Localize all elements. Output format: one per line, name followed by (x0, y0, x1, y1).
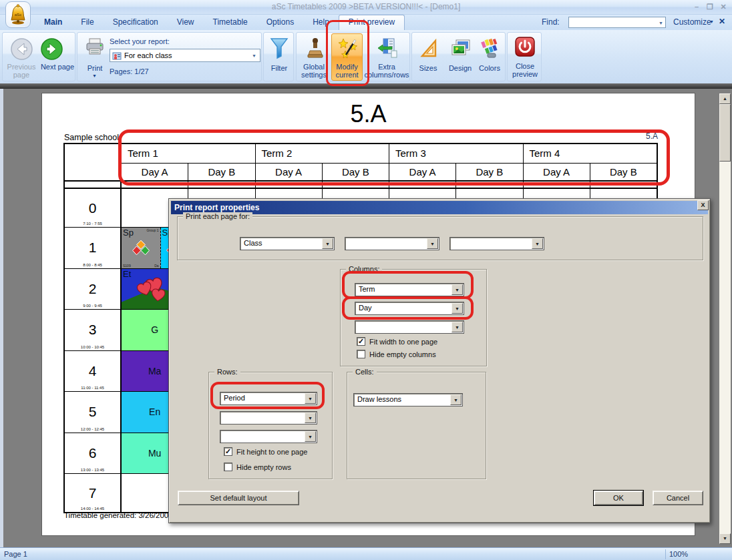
filter-button[interactable] (270, 37, 289, 63)
set-default-layout-button[interactable]: Set default layout (178, 491, 299, 505)
rows-combo-2[interactable]: ▼ (220, 411, 317, 425)
tab-help[interactable]: Help (303, 15, 339, 30)
period-label-cell: 613:00 - 13:45 (65, 433, 122, 474)
colors-button[interactable] (481, 37, 501, 61)
chevron-down-icon[interactable]: ▼ (451, 303, 463, 314)
scroll-down-icon[interactable]: ▼ (719, 533, 731, 544)
customize-button[interactable]: Customize (673, 17, 711, 27)
dialog-close-button[interactable]: X (697, 200, 709, 210)
find-label: Find: (542, 17, 560, 27)
tab-options[interactable]: Options (257, 15, 303, 30)
status-bar: Page 1 100% (0, 547, 732, 560)
rows-combo-1[interactable]: Period ▼ (220, 392, 317, 405)
tab-view[interactable]: View (168, 15, 204, 30)
empty-lesson-cell (323, 182, 389, 188)
page-for-combo-1-value: Class (244, 239, 262, 247)
design-label: Design (443, 64, 478, 72)
chevron-down-icon[interactable]: ▼ (451, 284, 463, 295)
fit-height-checkbox[interactable]: ✓ (224, 447, 232, 456)
tab-strip: MainFileSpecificationViewTimetableOption… (35, 15, 405, 30)
scroll-up-icon[interactable]: ▲ (719, 93, 731, 104)
chevron-down-icon[interactable]: ▼ (427, 238, 438, 249)
close-preview-label: Close preview (508, 62, 542, 78)
rows-combo-3[interactable]: ▼ (220, 430, 317, 443)
page-for-combo-3[interactable]: ▼ (449, 237, 544, 250)
printer-icon (85, 37, 105, 57)
next-page-button[interactable] (40, 37, 63, 63)
cells-combo[interactable]: Draw lessons ▼ (353, 393, 463, 406)
chevron-down-icon[interactable]: ▼ (709, 19, 714, 24)
ribbon-group-settings: Global settings Modify current (296, 32, 410, 81)
magic-wand-icon (338, 37, 358, 60)
close-preview-icon (515, 37, 535, 57)
period-label-cell: 18:00 - 8:45 (65, 228, 122, 268)
cancel-button[interactable]: Cancel (653, 491, 703, 505)
chevron-down-icon[interactable]: ▼ (252, 53, 256, 58)
columns-combo-1-value: Term (359, 285, 375, 293)
empty-lesson-cell (456, 182, 523, 188)
columns-label: Columns: (346, 265, 382, 273)
close-preview-x-button[interactable]: ✕ (719, 17, 725, 26)
chevron-down-icon[interactable]: ▼ (305, 412, 316, 423)
columns-combo-1[interactable]: Term ▼ (355, 283, 464, 296)
colors-icon (481, 37, 501, 59)
previous-page-icon (10, 37, 33, 61)
print-button[interactable] (85, 37, 105, 59)
sizes-button[interactable] (419, 38, 438, 61)
app-logo-icon[interactable]: aSc (5, 1, 31, 28)
vertical-scrollbar[interactable]: ▲ ▼ (719, 93, 731, 544)
chevron-down-icon[interactable]: ▼ (322, 238, 333, 249)
day-header-cell: Day B (590, 164, 657, 180)
title-bar: aSc Timetables 2009 >BETA VERSION!!!< - … (0, 0, 732, 15)
svg-text:aSc: aSc (15, 13, 22, 17)
hide-empty-columns-checkbox[interactable] (357, 350, 365, 358)
tab-main[interactable]: Main (35, 15, 71, 30)
ok-button[interactable]: OK (594, 491, 643, 505)
columns-combo-3[interactable]: ▼ (355, 320, 464, 334)
hide-empty-rows-label: Hide empty rows (236, 463, 291, 471)
restore-button[interactable]: ❐ (705, 2, 715, 11)
tab-timetable[interactable]: Timetable (204, 15, 257, 30)
tab-specification[interactable]: Specification (104, 15, 168, 30)
period-label-cell: 07:10 - 7:55 (65, 189, 122, 227)
chevron-down-icon[interactable]: ▼ (305, 393, 316, 404)
page-title: 5.A (42, 100, 695, 128)
tab-file[interactable]: File (71, 15, 103, 30)
chevron-down-icon[interactable]: ▼ (92, 73, 97, 78)
minimize-button[interactable]: – (692, 2, 701, 11)
previous-page-label: Previous page (3, 63, 39, 79)
sizes-label: Sizes (412, 64, 444, 72)
close-button[interactable]: ✕ (719, 2, 728, 11)
scrollbar-thumb[interactable] (719, 104, 731, 162)
page-for-combo-2[interactable]: ▼ (345, 237, 439, 250)
chevron-down-icon[interactable]: ▼ (659, 21, 663, 25)
cells-combo-value: Draw lessons (357, 395, 401, 403)
tab-print-preview[interactable]: Print preview (339, 15, 405, 30)
chevron-down-icon[interactable]: ▼ (451, 322, 463, 332)
fit-width-checkbox[interactable]: ✓ (357, 337, 365, 346)
generated-label: Timetable generated: 3/26/2009 (64, 511, 173, 519)
fit-height-label: Fit height to one page (236, 448, 307, 456)
period-label-cell: 714:00 - 14:45 (65, 474, 122, 512)
term-header-row: Term 1Term 2Term 3Term 4 (65, 144, 657, 164)
find-combobox[interactable]: ▼ (568, 17, 666, 28)
report-combobox[interactable]: For each class ▼ (110, 49, 260, 62)
chevron-down-icon[interactable]: ▼ (532, 238, 543, 249)
status-page-label: Page 1 (4, 550, 27, 558)
hide-empty-rows-checkbox[interactable] (224, 463, 232, 471)
ribbon: Previous page Next page Print ▼ Select y… (0, 30, 732, 83)
chevron-down-icon[interactable]: ▼ (305, 431, 316, 442)
cells-label: Cells: (353, 368, 377, 376)
day-header-cell: Day B (456, 164, 523, 180)
ribbon-tab-bar: MainFileSpecificationViewTimetableOption… (0, 15, 732, 30)
page-for-combo-1[interactable]: Class ▼ (240, 237, 335, 250)
header-corner-cell (65, 144, 122, 164)
global-settings-button[interactable] (306, 37, 325, 61)
columns-combo-2[interactable]: Day ▼ (355, 302, 464, 315)
chevron-down-icon[interactable]: ▼ (450, 394, 462, 405)
find-input[interactable] (570, 18, 656, 27)
previous-page-button[interactable] (10, 37, 33, 63)
extra-columns-rows-button[interactable] (377, 37, 398, 61)
design-button[interactable] (450, 38, 472, 61)
close-preview-button[interactable] (515, 37, 535, 59)
